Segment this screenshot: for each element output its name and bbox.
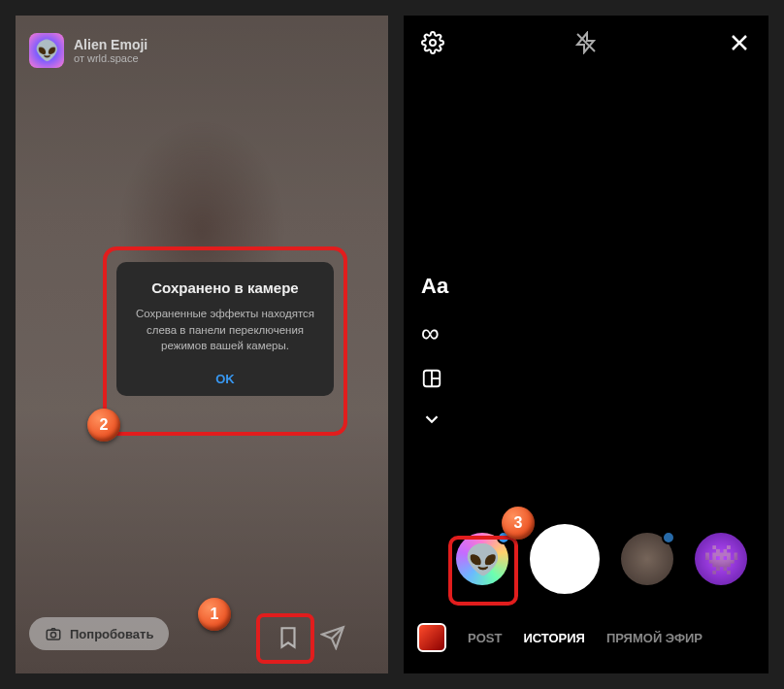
dialog-ok-button[interactable]: OK	[128, 372, 322, 386]
step-marker-3: 3	[502, 507, 535, 540]
text-tool-button[interactable]: Aa	[421, 274, 448, 299]
layout-tool-button[interactable]	[421, 368, 448, 389]
dialog-title: Сохранено в камере	[128, 279, 322, 296]
tab-post[interactable]: POST	[468, 631, 502, 645]
effect-thumb-face[interactable]	[621, 533, 673, 585]
effect-header-text: Alien Emoji от wrld.space	[74, 37, 147, 64]
boomerang-tool-button[interactable]: ∞	[421, 318, 448, 348]
expand-tools-button[interactable]	[421, 409, 448, 430]
tab-story[interactable]: ИСТОРИЯ	[523, 631, 585, 645]
try-effect-button[interactable]: Попробовать	[29, 617, 169, 650]
gallery-button[interactable]	[417, 623, 446, 652]
effect-avatar: 👽	[29, 33, 64, 68]
effect-name: Alien Emoji	[74, 37, 147, 52]
settings-button[interactable]	[421, 31, 444, 54]
effect-author: от wrld.space	[74, 52, 147, 64]
camera-icon	[45, 625, 62, 642]
try-effect-label: Попробовать	[70, 627, 153, 641]
flash-off-button[interactable]	[574, 31, 598, 54]
step-marker-2: 2	[87, 409, 120, 442]
camera-mode-tabs: POST ИСТОРИЯ ПРЯМОЙ ЭФИР	[404, 623, 768, 652]
svg-point-2	[430, 40, 436, 46]
story-camera-screen: Aa ∞ 👽 👾 POST ИСТОРИЯ ПРЯМОЙ ЭФИР 3	[388, 0, 784, 689]
svg-rect-0	[47, 630, 60, 640]
share-icon[interactable]	[320, 625, 345, 650]
effect-header[interactable]: 👽 Alien Emoji от wrld.space	[29, 33, 147, 68]
saved-to-camera-dialog: Сохранено в камере Сохраненные эффекты н…	[116, 262, 334, 396]
close-button[interactable]	[728, 31, 751, 54]
shutter-button[interactable]	[530, 524, 600, 594]
tab-live[interactable]: ПРЯМОЙ ЭФИР	[606, 631, 702, 645]
dialog-body: Сохраненные эффекты находятся слева в па…	[128, 306, 322, 354]
camera-side-tools: Aa ∞	[421, 274, 448, 430]
camera-top-bar	[404, 31, 768, 54]
annotation-box-effect	[448, 536, 518, 606]
new-badge-icon	[662, 531, 675, 544]
effect-preview-screen: 👽 Alien Emoji от wrld.space Сохранено в …	[0, 0, 388, 689]
step-marker-1: 1	[198, 598, 231, 631]
annotation-box-save	[256, 613, 314, 664]
svg-point-1	[50, 633, 55, 638]
effect-thumb-owl[interactable]: 👾	[695, 533, 747, 585]
